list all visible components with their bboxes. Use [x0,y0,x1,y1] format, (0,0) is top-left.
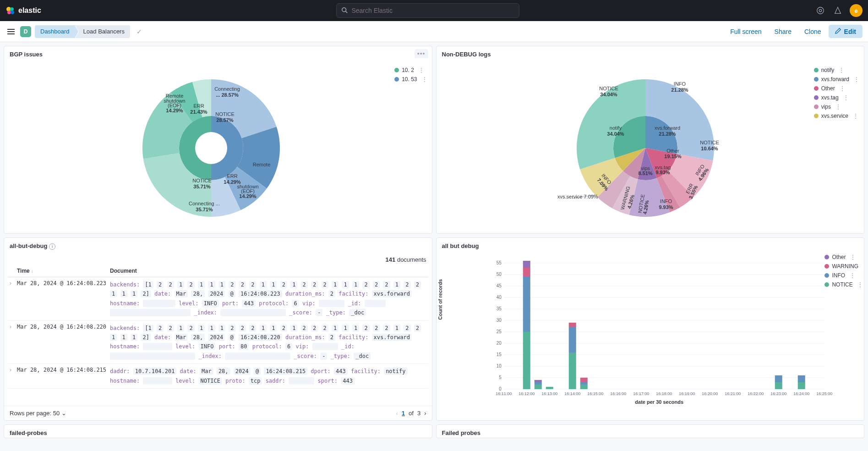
rows-per-page[interactable]: Rows per page: 50 ⌄ [10,410,66,417]
legend-menu-icon[interactable]: ⋮ [840,85,845,92]
nondebug-pie-chart[interactable]: NOTICE 34.04% notify 34.04% INFO 21.28% … [554,70,746,226]
svg-text:19.15%: 19.15% [665,154,682,159]
svg-text:15: 15 [496,352,502,357]
legend-menu-icon[interactable]: ⋮ [850,272,855,279]
legend-menu-icon[interactable]: ⋮ [843,94,849,101]
legend-item[interactable]: NOTICE⋮ [824,281,864,288]
svg-rect-115 [775,375,782,382]
legend-item[interactable]: xvs.forward⋮ [814,76,859,82]
help-icon[interactable] [815,5,826,16]
breadcrumb-current: Load Balancers [75,25,130,38]
svg-text:9.93%: 9.93% [659,204,673,210]
svg-text:16:12:00: 16:12:00 [519,391,535,396]
legend-item[interactable]: xvs.tag⋮ [814,94,859,101]
page-prev[interactable]: ‹ [396,410,398,417]
saved-check-icon: ✓ [136,28,142,35]
svg-text:55: 55 [496,260,502,265]
brand-text: elastic [18,6,41,15]
global-search[interactable] [336,3,519,18]
app-header: D Dashboard Load Balancers ✓ Full screen… [0,21,868,42]
breadcrumb-dashboard[interactable]: Dashboard [35,25,75,38]
panel-title: all-but-debug [10,242,47,249]
svg-text:Connecting: Connecting [214,86,240,92]
share-button[interactable]: Share [769,25,797,38]
svg-text:16:13:00: 16:13:00 [541,391,557,396]
info-icon[interactable]: i [49,243,55,250]
svg-text:14.29%: 14.29% [239,193,257,199]
svg-line-5 [346,11,348,13]
column-time[interactable]: Time↓ [15,265,108,277]
clone-button[interactable]: Clone [799,25,827,38]
svg-text:35: 35 [496,306,502,311]
panel-all-but-debug-chart: all but debug Count of records 55504540 … [436,237,865,421]
legend-menu-icon[interactable]: ⋮ [419,67,424,73]
svg-text:0: 0 [499,386,502,391]
table-row[interactable]: ›Mar 28, 2024 @ 16:24:08.223backends: [1… [8,277,428,321]
expand-row-icon[interactable]: › [8,320,15,364]
svg-rect-102 [523,268,530,277]
svg-text:10.64%: 10.64% [701,146,719,151]
svg-rect-106 [534,380,541,382]
space-selector[interactable]: D [20,26,31,37]
legend-item[interactable]: notify⋮ [814,67,859,73]
panel-menu-icon[interactable]: ••• [415,49,428,58]
user-avatar[interactable]: e [850,4,863,17]
legend-item[interactable]: WARNING⋮ [824,263,864,270]
svg-text:16:15:00: 16:15:00 [587,391,603,396]
fullscreen-button[interactable]: Full screen [725,25,767,38]
expand-row-icon[interactable]: › [8,364,15,389]
legend-menu-icon[interactable]: ⋮ [857,281,863,288]
svg-rect-109 [568,327,576,352]
legend-menu-icon[interactable]: ⋮ [835,104,841,110]
table-row[interactable]: ›Mar 28, 2024 @ 16:24:08.215daddr: 10.7.… [8,364,428,389]
svg-rect-117 [797,375,805,382]
legend-item[interactable]: INFO⋮ [824,272,864,279]
svg-text:20: 20 [496,341,502,346]
svg-text:16:22:00: 16:22:00 [748,391,764,396]
svg-text:16:21:00: 16:21:00 [725,391,741,396]
legend-menu-icon[interactable]: ⋮ [853,113,858,119]
svg-text:16:25:00: 16:25:00 [816,391,832,396]
page-current[interactable]: 1 [402,410,405,417]
page-next[interactable]: › [424,410,426,417]
svg-text:30: 30 [496,318,502,323]
document-cell: backends: [1 2 2 1 2 1 1 1 2 2 2 1 1 2 1… [108,277,428,321]
svg-rect-104 [534,385,541,389]
nondebug-legend: notify⋮ xvs.forward⋮ Other⋮ xvs.tag⋮ vip… [814,67,859,119]
swatch [394,77,399,82]
svg-point-7 [819,9,821,11]
edit-button[interactable]: Edit [829,25,863,38]
svg-rect-108 [568,352,576,389]
svg-text:... 28.57%: ... 28.57% [216,92,239,98]
newsfeed-icon[interactable] [832,5,843,16]
svg-text:Connecting ...: Connecting ... [189,201,220,206]
legend-menu-icon[interactable]: ⋮ [863,263,864,270]
column-document[interactable]: Document [108,265,428,277]
global-search-input[interactable] [351,7,514,14]
svg-text:ERR: ERR [193,103,204,109]
svg-rect-107 [546,387,553,389]
svg-text:25: 25 [496,329,502,334]
table-row[interactable]: ›Mar 28, 2024 @ 16:24:08.220backends: [1… [8,320,428,364]
legend-item[interactable]: vips⋮ [814,104,859,110]
legend-item[interactable]: xvs.service⋮ [814,113,859,119]
legend-item[interactable]: Other⋮ [814,85,859,92]
svg-point-6 [817,7,824,14]
svg-text:16:17:00: 16:17:00 [633,391,649,396]
pencil-icon [835,28,841,35]
svg-text:Remote: Remote [252,162,270,167]
legend-item[interactable]: 10. 2⋮ [394,67,427,73]
legend-item[interactable]: Other⋮ [824,254,864,260]
elastic-logo[interactable]: elastic [5,6,41,16]
svg-text:40: 40 [496,295,502,300]
legend-menu-icon[interactable]: ⋮ [854,76,859,82]
expand-row-icon[interactable]: › [8,277,15,321]
legend-item[interactable]: 10. 53⋮ [394,76,427,82]
all-but-debug-bar-chart[interactable]: 55504540 35302520 151050 16:11:0016:12:0… [464,258,855,396]
bgp-pie-chart[interactable]: Connecting ... 28.57% NOTICE 28.57% Remo… [131,70,305,226]
legend-menu-icon[interactable]: ⋮ [839,67,844,73]
panel-bgp-issues: BGP issues ••• [4,46,432,234]
legend-menu-icon[interactable]: ⋮ [850,254,856,260]
legend-menu-icon[interactable]: ⋮ [422,76,427,82]
nav-toggle-icon[interactable] [5,26,16,37]
